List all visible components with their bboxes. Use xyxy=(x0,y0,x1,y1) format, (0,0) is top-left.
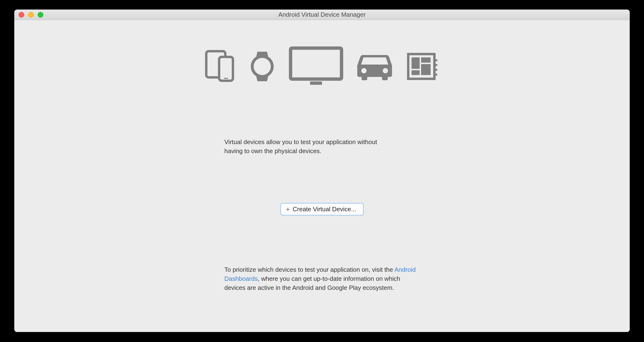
minimize-window-button[interactable] xyxy=(28,12,34,18)
window-title: Android Virtual Device Manager xyxy=(14,11,630,18)
footer-text: To prioritize which devices to test your… xyxy=(224,265,420,292)
tv-icon xyxy=(289,46,344,88)
svg-point-3 xyxy=(252,56,272,76)
intro-line-2: having to own the physical devices. xyxy=(224,148,322,154)
content-area: Virtual devices allow you to test your a… xyxy=(14,20,630,332)
device-category-icons xyxy=(205,46,439,88)
svg-rect-11 xyxy=(421,64,430,75)
window-controls xyxy=(18,12,43,18)
svg-rect-14 xyxy=(435,64,437,66)
svg-rect-5 xyxy=(310,82,322,85)
things-icon xyxy=(406,52,439,82)
close-window-button[interactable] xyxy=(18,12,24,18)
svg-rect-1 xyxy=(219,57,233,81)
svg-rect-2 xyxy=(224,78,228,79)
svg-point-7 xyxy=(383,68,388,73)
svg-rect-9 xyxy=(412,58,420,69)
avd-manager-window: Android Virtual Device Manager xyxy=(14,10,630,332)
svg-rect-10 xyxy=(421,58,430,63)
create-button-label: Create Virtual Device... xyxy=(293,206,356,213)
create-virtual-device-button[interactable]: + Create Virtual Device... xyxy=(280,203,363,215)
titlebar: Android Virtual Device Manager xyxy=(14,10,630,20)
phone-tablet-icon xyxy=(205,50,236,84)
svg-rect-4 xyxy=(290,48,342,79)
svg-rect-13 xyxy=(435,59,437,61)
svg-point-6 xyxy=(361,68,366,73)
plus-icon: + xyxy=(286,206,290,213)
watch-icon xyxy=(249,50,275,84)
svg-rect-15 xyxy=(435,69,437,71)
svg-rect-12 xyxy=(412,70,420,75)
svg-rect-16 xyxy=(435,74,437,76)
footer-part-1: To prioritize which devices to test your… xyxy=(224,266,394,273)
automotive-icon xyxy=(357,52,392,82)
intro-line-1: Virtual devices allow you to test your a… xyxy=(224,138,377,146)
intro-text: Virtual devices allow you to test your a… xyxy=(224,138,420,156)
maximize-window-button[interactable] xyxy=(38,12,43,18)
